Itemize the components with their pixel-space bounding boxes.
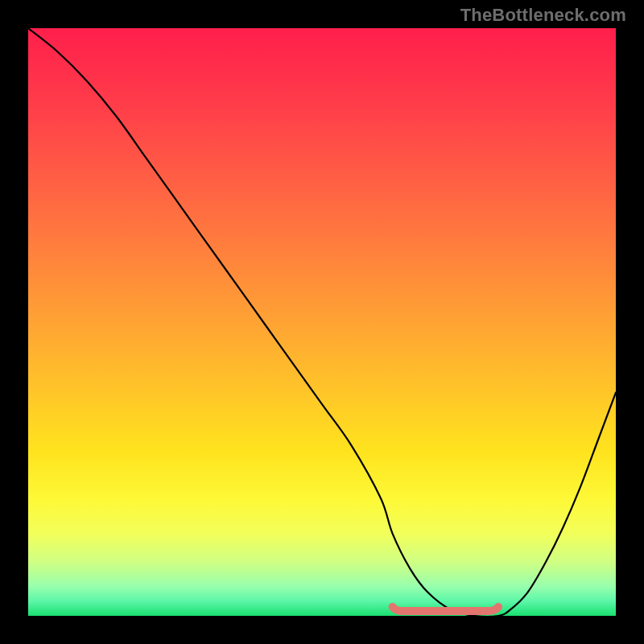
chart-frame: TheBottleneck.com — [0, 0, 644, 644]
plot-area — [28, 28, 616, 616]
watermark-text: TheBottleneck.com — [460, 5, 626, 26]
chart-svg — [28, 28, 616, 616]
optimal-band-marker — [393, 607, 498, 611]
